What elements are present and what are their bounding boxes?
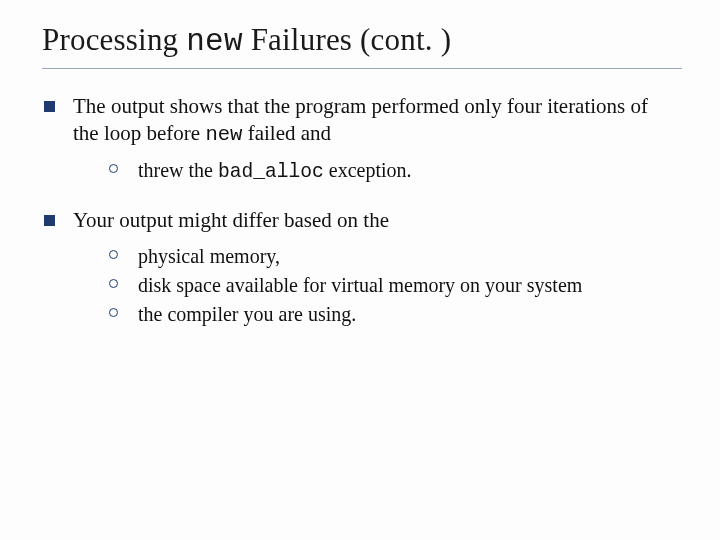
- item1-sub0-pre: threw the: [138, 159, 218, 181]
- subbullet-text: disk space available for virtual memory …: [138, 272, 660, 299]
- square-bullet-icon: [44, 215, 55, 226]
- slide-body: The output shows that the program perfor…: [0, 75, 720, 338]
- subbullet-text: the compiler you are using.: [138, 301, 660, 328]
- sublist: threw the bad_alloc exception.: [73, 157, 660, 185]
- bullet-level2: physical memory,: [109, 243, 660, 270]
- title-mono: new: [186, 24, 242, 59]
- circle-bullet-icon: [109, 308, 118, 317]
- title-underline: [42, 68, 682, 69]
- item2-sub1-pre: disk space available for virtual memory …: [138, 274, 582, 296]
- item2-sub0-pre: physical memory,: [138, 245, 280, 267]
- bullet-text: The output shows that the program perfor…: [73, 93, 660, 195]
- circle-bullet-icon: [109, 279, 118, 288]
- slide: Processing new Failures (cont. ) The out…: [0, 0, 720, 540]
- square-bullet-icon: [44, 101, 55, 112]
- bullet-level2: the compiler you are using.: [109, 301, 660, 328]
- title-post: Failures (cont. ): [243, 22, 452, 57]
- slide-title: Processing new Failures (cont. ): [42, 22, 720, 60]
- subbullet-text: physical memory,: [138, 243, 660, 270]
- item1-mono: new: [205, 123, 242, 146]
- bullet-level2: disk space available for virtual memory …: [109, 272, 660, 299]
- circle-bullet-icon: [109, 250, 118, 259]
- sublist: physical memory, disk space available fo…: [73, 243, 660, 328]
- bullet-level1: Your output might differ based on the ph…: [44, 207, 660, 338]
- title-pre: Processing: [42, 22, 186, 57]
- item2-pre: Your output might differ based on the: [73, 208, 389, 232]
- item1-pre: The output shows that the program perfor…: [73, 94, 648, 146]
- bullet-level1: The output shows that the program perfor…: [44, 93, 660, 195]
- item1-sub0-post: exception.: [324, 159, 412, 181]
- item1-post: failed and: [242, 121, 331, 145]
- bullet-level2: threw the bad_alloc exception.: [109, 157, 660, 185]
- item2-sub2-pre: the compiler you are using.: [138, 303, 356, 325]
- bullet-text: Your output might differ based on the ph…: [73, 207, 660, 338]
- title-area: Processing new Failures (cont. ): [0, 0, 720, 75]
- subbullet-text: threw the bad_alloc exception.: [138, 157, 660, 185]
- item1-sub0-mono: bad_alloc: [218, 161, 324, 183]
- circle-bullet-icon: [109, 164, 118, 173]
